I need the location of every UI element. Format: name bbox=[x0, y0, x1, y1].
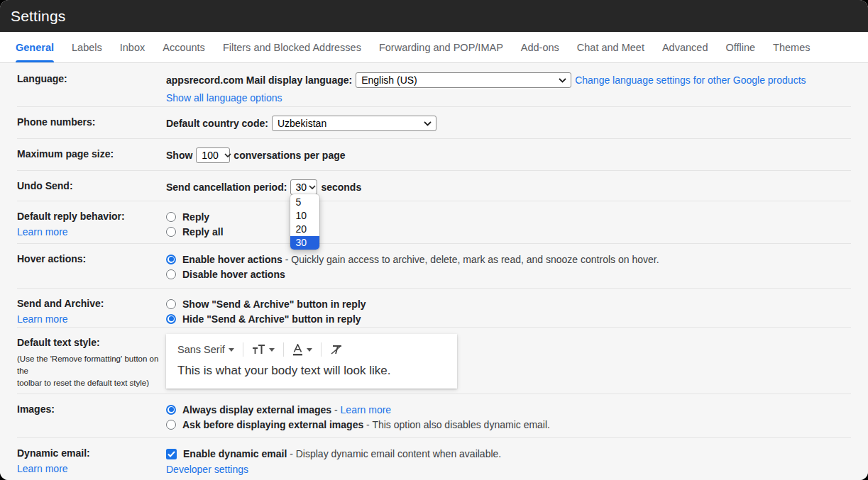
country-code-label: Default country code: bbox=[166, 116, 268, 130]
chevron-down-icon bbox=[269, 348, 275, 352]
ask-before-display-radio[interactable] bbox=[166, 420, 176, 430]
max-page-size-label: Maximum page size: bbox=[17, 147, 159, 161]
row-max-page-size: Maximum page size: Show 100 conversation… bbox=[0, 138, 868, 170]
always-display-images-option: Always display external images - Learn m… bbox=[166, 403, 861, 417]
reply-option: Reply bbox=[166, 210, 861, 224]
page-size-select[interactable]: 100 bbox=[196, 147, 230, 163]
enable-dynamic-email-option: Enable dynamic email - Display dynamic e… bbox=[166, 447, 861, 461]
row-phone-numbers: Phone numbers: Default country code: Uzb… bbox=[0, 106, 868, 138]
chevron-down-icon bbox=[307, 348, 312, 352]
chevron-down-icon bbox=[559, 78, 566, 83]
reply-radio[interactable] bbox=[166, 212, 176, 222]
tab-general[interactable]: General bbox=[16, 32, 54, 62]
text-style-editor-card: Sans Serif bbox=[166, 334, 457, 389]
tab-chat-meet[interactable]: Chat and Meet bbox=[577, 32, 644, 62]
cancellation-period-label: Send cancellation period: bbox=[166, 180, 287, 194]
disable-hover-radio[interactable] bbox=[166, 269, 176, 279]
enable-dynamic-email-checkbox[interactable] bbox=[166, 449, 177, 459]
hide-send-archive-radio[interactable] bbox=[166, 314, 176, 324]
font-family-button[interactable]: Sans Serif bbox=[177, 344, 234, 355]
settings-header: Settings bbox=[0, 0, 868, 32]
display-language-label: appsrecord.com Mail display language: bbox=[166, 73, 352, 87]
tab-accounts[interactable]: Accounts bbox=[163, 32, 205, 62]
settings-tab-bar: General Labels Inbox Accounts Filters an… bbox=[0, 32, 868, 63]
page-title: Settings bbox=[11, 8, 65, 25]
images-label: Images: bbox=[17, 403, 159, 416]
cancellation-period-suffix: seconds bbox=[321, 180, 361, 194]
toolbar-divider bbox=[243, 342, 243, 357]
text-style-label: Default text style: bbox=[17, 336, 159, 350]
text-style-note: (Use the 'Remove formatting' button on t… bbox=[17, 353, 159, 389]
row-language: Language: appsrecord.com Mail display la… bbox=[0, 63, 868, 106]
chevron-down-icon bbox=[229, 348, 234, 352]
cancellation-period-select[interactable]: 30 bbox=[290, 179, 317, 195]
row-send-and-archive: Send and Archive: Learn more Show "Send … bbox=[0, 288, 868, 327]
send-archive-label: Send and Archive: bbox=[17, 297, 159, 311]
country-code-select[interactable]: Uzbekistan bbox=[272, 116, 436, 131]
reply-behavior-label: Default reply behavior: bbox=[17, 210, 159, 223]
dynamic-email-label: Dynamic email: bbox=[17, 447, 159, 460]
remove-formatting-button[interactable] bbox=[330, 344, 343, 355]
chevron-down-icon bbox=[309, 185, 316, 189]
tab-filters[interactable]: Filters and Blocked Addresses bbox=[223, 32, 361, 62]
font-size-icon bbox=[252, 344, 265, 355]
hide-send-archive-option: Hide "Send & Archive" button in reply bbox=[166, 312, 861, 326]
cancellation-period-dropdown-menu: 5 10 20 30 bbox=[290, 194, 319, 250]
tab-labels[interactable]: Labels bbox=[72, 32, 102, 62]
tab-addons[interactable]: Add-ons bbox=[521, 32, 559, 62]
hover-actions-label: Hover actions: bbox=[17, 252, 159, 266]
language-label: Language: bbox=[17, 72, 159, 86]
images-learn-more-link[interactable]: Learn more bbox=[341, 404, 392, 415]
dropdown-option-30-selected[interactable]: 30 bbox=[290, 236, 319, 250]
enable-hover-radio[interactable] bbox=[166, 255, 176, 264]
chevron-down-icon bbox=[424, 121, 432, 126]
remove-formatting-icon bbox=[330, 344, 343, 355]
enable-hover-option: Enable hover actions - Quickly gain acce… bbox=[166, 252, 861, 267]
undo-send-label: Undo Send: bbox=[17, 179, 159, 193]
dropdown-option-10[interactable]: 10 bbox=[290, 209, 319, 223]
page-size-show-label: Show bbox=[166, 148, 192, 162]
settings-content: Language: appsrecord.com Mail display la… bbox=[0, 63, 868, 480]
show-all-language-options-link[interactable]: Show all language options bbox=[166, 91, 282, 105]
row-hover-actions: Hover actions: Enable hover actions - Qu… bbox=[0, 243, 868, 288]
always-display-images-radio[interactable] bbox=[166, 405, 176, 415]
text-color-button[interactable] bbox=[292, 344, 312, 356]
change-language-link[interactable]: Change language settings for other Googl… bbox=[575, 73, 806, 87]
font-size-button[interactable] bbox=[252, 344, 275, 355]
toolbar-divider bbox=[283, 342, 284, 357]
row-default-text-style: Default text style: (Use the 'Remove for… bbox=[0, 327, 868, 394]
disable-hover-option: Disable hover actions bbox=[166, 267, 861, 281]
display-language-select[interactable]: English (US) bbox=[356, 72, 571, 88]
row-default-reply-behavior: Default reply behavior: Learn more Reply… bbox=[0, 201, 868, 243]
tab-themes[interactable]: Themes bbox=[773, 32, 810, 62]
developer-settings-link[interactable]: Developer settings bbox=[166, 462, 248, 476]
text-color-icon bbox=[292, 344, 303, 356]
send-archive-learn-more-link[interactable]: Learn more bbox=[17, 313, 159, 326]
reply-all-option: Reply all bbox=[166, 225, 861, 239]
ask-before-display-option: Ask before displaying external images - … bbox=[166, 418, 861, 432]
tab-offline[interactable]: Offline bbox=[725, 32, 755, 62]
toolbar-divider bbox=[321, 342, 322, 357]
dynamic-email-learn-more-link[interactable]: Learn more bbox=[17, 462, 159, 476]
row-dynamic-email: Dynamic email: Learn more Enable dynamic… bbox=[0, 437, 868, 480]
tab-inbox[interactable]: Inbox bbox=[120, 32, 145, 62]
reply-all-radio[interactable] bbox=[166, 227, 176, 237]
settings-window: Settings General Labels Inbox Accounts F… bbox=[0, 0, 868, 480]
page-size-suffix: conversations per page bbox=[234, 148, 345, 162]
row-images: Images: Always display external images -… bbox=[0, 394, 868, 437]
tab-advanced[interactable]: Advanced bbox=[662, 32, 708, 62]
phone-numbers-label: Phone numbers: bbox=[17, 116, 159, 129]
body-text-preview: This is what your body text will look li… bbox=[166, 358, 457, 389]
tab-forwarding[interactable]: Forwarding and POP/IMAP bbox=[379, 32, 503, 62]
dropdown-option-5[interactable]: 5 bbox=[290, 196, 319, 209]
chevron-down-icon bbox=[224, 153, 231, 157]
dropdown-option-20[interactable]: 20 bbox=[290, 223, 319, 236]
reply-behavior-learn-more-link[interactable]: Learn more bbox=[17, 225, 159, 239]
show-send-archive-radio[interactable] bbox=[166, 299, 176, 309]
show-send-archive-option: Show "Send & Archive" button in reply bbox=[166, 297, 861, 311]
row-undo-send: Undo Send: Send cancellation period: 30 … bbox=[0, 170, 868, 201]
text-style-toolbar: Sans Serif bbox=[166, 334, 457, 358]
